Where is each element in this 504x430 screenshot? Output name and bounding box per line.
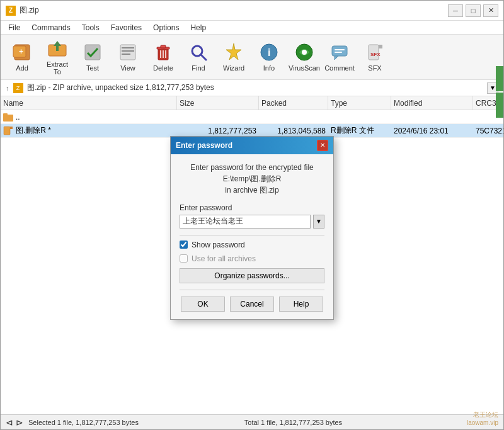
- svg-rect-26: [335, 49, 345, 50]
- use-all-archives-checkbox[interactable]: [180, 254, 188, 263]
- file-modified-0: 2024/6/16 23:01: [391, 127, 473, 135]
- folder-up-icon: [3, 112, 13, 122]
- svg-rect-10: [122, 54, 130, 55]
- svg-rect-6: [85, 45, 100, 60]
- svg-rect-36: [10, 127, 13, 129]
- col-header-name[interactable]: Name: [1, 96, 177, 110]
- toolbar-sfx[interactable]: SFX SFX: [358, 38, 391, 76]
- col-header-size[interactable]: Size: [177, 96, 259, 110]
- menu-bar: File Commands Tools Favorites Options He…: [1, 21, 503, 35]
- watermark: 老王论坛 laowam.vip: [467, 410, 498, 427]
- col-header-packed[interactable]: Packed: [259, 96, 328, 110]
- use-all-archives-label: Use for all archives: [192, 254, 256, 263]
- virusscan-icon: [294, 42, 314, 62]
- green-bar-1[interactable]: [496, 66, 503, 91]
- window-title: 图.zip: [20, 5, 39, 16]
- use-all-archives-row: Use for all archives: [180, 254, 324, 263]
- col-header-modified[interactable]: Modified: [391, 96, 473, 110]
- menu-file[interactable]: File: [3, 22, 25, 33]
- svg-rect-34: [4, 127, 10, 135]
- dialog-titlebar: Enter password ✕: [171, 137, 333, 154]
- toolbar-find[interactable]: Find: [182, 38, 215, 76]
- file-icon: [3, 126, 13, 136]
- path-zip-icon: Z: [13, 83, 23, 93]
- col-header-type[interactable]: Type: [328, 96, 391, 110]
- menu-commands[interactable]: Commands: [26, 22, 75, 33]
- menu-help[interactable]: Help: [185, 22, 211, 33]
- find-label: Find: [192, 64, 205, 72]
- wizard-label: Wizard: [223, 64, 244, 72]
- app-icon: Z: [6, 6, 16, 16]
- password-dropdown-btn[interactable]: ▼: [313, 215, 324, 229]
- green-bar-2[interactable]: [496, 93, 503, 118]
- sfx-icon: SFX: [365, 42, 385, 62]
- svg-marker-4: [54, 41, 61, 46]
- dialog-description: Enter password for the encrypted file E:…: [180, 162, 324, 196]
- maximize-button[interactable]: □: [466, 4, 481, 17]
- file-name-0: 图.删除R *: [16, 125, 51, 136]
- menu-options[interactable]: Options: [148, 22, 184, 33]
- toolbar-delete[interactable]: Delete: [147, 38, 180, 76]
- toolbar-extract[interactable]: Extract To: [41, 38, 74, 76]
- dialog-desc-line3: in archive 图.zip: [180, 184, 324, 196]
- dialog-title: Enter password: [176, 141, 232, 150]
- toolbar-add[interactable]: + Add: [6, 38, 38, 76]
- toolbar-comment[interactable]: Comment: [323, 38, 356, 76]
- organize-passwords-button[interactable]: Organize passwords...: [180, 268, 324, 283]
- svg-rect-8: [122, 47, 134, 48]
- status-bar: ⊲ ⊳ Selected 1 file, 1,812,777,253 bytes…: [1, 414, 503, 429]
- dialog-help-button[interactable]: Help: [279, 297, 323, 312]
- dialog-options-section: Show password: [180, 235, 324, 249]
- svg-line-18: [201, 55, 206, 60]
- dialog-cancel-button[interactable]: Cancel: [230, 297, 274, 312]
- file-list-header: Name Size Packed Type Modified CRC32: [1, 96, 503, 110]
- show-password-checkbox[interactable]: [180, 240, 188, 249]
- dialog-desc-line2: E:\temp\图.删除R: [180, 173, 324, 184]
- dialog-body: Enter password for the encrypted file E:…: [171, 154, 333, 319]
- menu-favorites[interactable]: Favorites: [106, 22, 147, 33]
- svg-rect-24: [332, 46, 347, 56]
- toolbar-info[interactable]: i Info: [253, 38, 285, 76]
- info-label: Info: [263, 64, 275, 72]
- view-icon: [118, 42, 138, 62]
- window-controls: ─ □ ✕: [448, 4, 498, 17]
- file-packed-0: 1,813,045,588: [259, 127, 328, 135]
- toolbar-wizard[interactable]: Wizard: [217, 38, 250, 76]
- svg-rect-30: [379, 45, 382, 48]
- view-label: View: [120, 64, 135, 72]
- status-left: Selected 1 file, 1,812,777,253 bytes: [28, 419, 139, 426]
- toolbar-view[interactable]: View: [112, 38, 144, 76]
- path-text: 图.zip - ZIP archive, unpacked size 1,812…: [27, 82, 484, 93]
- green-sidebar: [496, 66, 503, 414]
- menu-tools[interactable]: Tools: [77, 22, 105, 33]
- delete-label: Delete: [153, 64, 173, 72]
- dialog-close-button[interactable]: ✕: [317, 140, 328, 151]
- password-input[interactable]: [180, 215, 311, 229]
- svg-rect-27: [335, 52, 342, 53]
- title-bar-left: Z 图.zip: [6, 5, 39, 16]
- extract-icon: [47, 38, 67, 59]
- svg-rect-13: [161, 45, 166, 48]
- close-button[interactable]: ✕: [483, 4, 498, 17]
- show-password-label: Show password: [192, 240, 245, 249]
- path-bar: ↑ Z 图.zip - ZIP archive, unpacked size 1…: [1, 80, 503, 96]
- delete-icon: [153, 42, 173, 62]
- svg-rect-5: [56, 46, 59, 51]
- path-up-arrow[interactable]: ↑: [6, 84, 9, 92]
- virusscan-label: VirusScan: [289, 64, 320, 72]
- show-password-row: Show password: [180, 240, 324, 249]
- password-field-label: Enter password: [180, 203, 324, 212]
- svg-text:i: i: [268, 47, 270, 58]
- status-icons: ⊲ ⊳: [6, 417, 23, 427]
- find-icon: [188, 42, 209, 62]
- file-row-up[interactable]: ..: [1, 110, 503, 124]
- toolbar-test[interactable]: Test: [76, 38, 109, 76]
- dialog-buttons: OK Cancel Help: [180, 290, 324, 312]
- minimize-button[interactable]: ─: [448, 4, 463, 17]
- status-icon-2: ⊳: [16, 417, 23, 427]
- dialog-ok-button[interactable]: OK: [181, 297, 225, 312]
- up-dir-label: ..: [16, 113, 20, 122]
- password-input-row: ▼: [180, 215, 324, 229]
- svg-rect-33: [3, 113, 8, 116]
- toolbar-virusscan[interactable]: VirusScan: [288, 38, 321, 76]
